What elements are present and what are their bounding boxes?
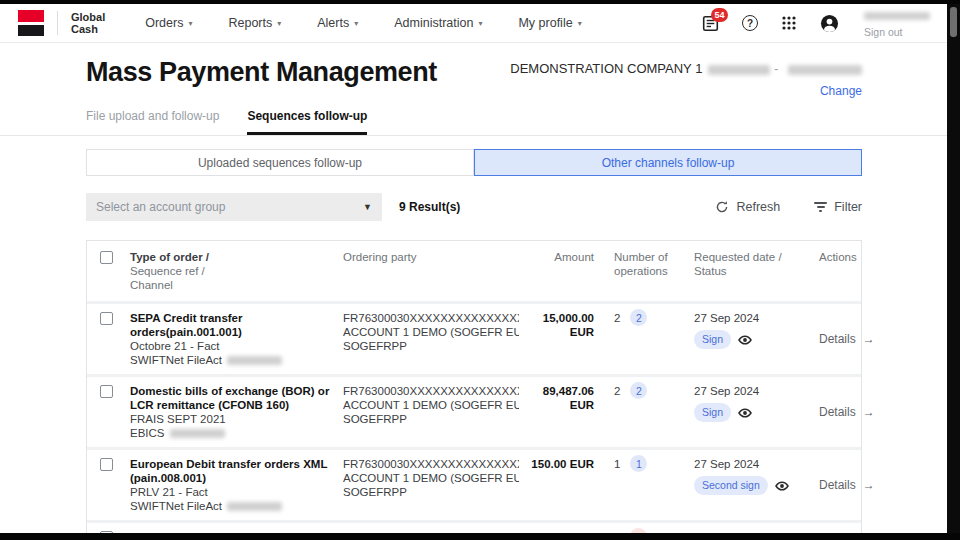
- eye-icon: [738, 334, 752, 346]
- user-menu[interactable]: Sign out: [864, 8, 930, 38]
- ordering-party-line: SOGEFRPP: [343, 485, 519, 499]
- refresh-label: Refresh: [736, 200, 780, 214]
- user-avatar-icon[interactable]: [820, 14, 839, 33]
- page-content: Mass Payment Management DEMONSTRATION CO…: [0, 57, 947, 540]
- ordering-party-line: FR76300030XXXXXXXXXXXXXXX11: [343, 457, 519, 471]
- segment-other-channels-follow-up[interactable]: Other channels follow-up: [474, 149, 862, 176]
- nav-item-reports[interactable]: Reports▾: [228, 16, 281, 30]
- details-link[interactable]: Details→: [819, 405, 875, 419]
- ordering-party-line: FR76300030XXXXXXXXXXXXXXX11: [343, 384, 519, 398]
- col-type-of-order: Type of order / Sequence ref / Channel: [130, 250, 343, 292]
- app-name: Global Cash: [57, 11, 105, 35]
- table-wrap: Type of order / Sequence ref / Channel O…: [0, 240, 947, 540]
- date-status-cell: 27 Sep 2024Sign: [694, 384, 819, 422]
- type-of-order-cell: European Debit transfer orders XML (pain…: [130, 457, 343, 513]
- refresh-button[interactable]: Refresh: [715, 200, 780, 214]
- details-link[interactable]: Details→: [819, 478, 875, 492]
- apps-grid-icon[interactable]: [781, 15, 797, 31]
- nav-item-my-profile[interactable]: My profile▾: [518, 16, 581, 30]
- chevron-down-icon: ▾: [354, 19, 358, 28]
- eye-icon: [775, 480, 789, 492]
- select-all-checkbox[interactable]: [100, 251, 113, 264]
- eye-icon: [738, 407, 752, 419]
- operations-total: 1: [614, 457, 620, 471]
- col-amount: Amount: [519, 250, 614, 264]
- nav-item-administration[interactable]: Administration▾: [394, 16, 482, 30]
- ordering-party-line: ACCOUNT 1 DEMO (SOGEFR EUR): [343, 471, 519, 485]
- ordering-party-cell: FR76300030XXXXXXXXXXXXXXX11ACCOUNT 1 DEM…: [343, 457, 519, 499]
- account-group-placeholder: Select an account group: [96, 200, 225, 214]
- status-badge: Second sign: [694, 476, 768, 495]
- details-link[interactable]: Details→: [819, 332, 875, 346]
- window-bottom-border: [0, 533, 960, 540]
- sequence-ref: Octobre 21 - Fact: [130, 339, 343, 353]
- sign-out-link[interactable]: Sign out: [864, 26, 930, 38]
- sequence-ref: FRAIS SEPT 2021: [130, 412, 343, 426]
- channel-id-redacted: [227, 356, 282, 365]
- channel-id-redacted: [170, 429, 225, 438]
- row-checkbox[interactable]: [100, 458, 113, 471]
- chevron-down-icon: ▾: [578, 19, 582, 28]
- account-group-select[interactable]: Select an account group ▼: [86, 193, 382, 221]
- chevron-down-icon: ▾: [277, 19, 281, 28]
- scrollbar-thumb[interactable]: [950, 7, 957, 37]
- refresh-icon: [715, 200, 729, 214]
- sequences-table: Type of order / Sequence ref / Channel O…: [86, 240, 862, 540]
- filter-button[interactable]: Filter: [814, 200, 862, 214]
- channel-id-redacted: [227, 502, 282, 511]
- eye-icon[interactable]: [738, 334, 752, 346]
- arrow-right-icon: →: [863, 478, 875, 492]
- sequence-ref: PRLV 21 - Fact: [130, 485, 343, 499]
- tab-sequences-follow-up[interactable]: Sequences follow-up: [247, 109, 367, 135]
- chevron-down-icon: ▾: [478, 19, 482, 28]
- page-title: Mass Payment Management: [86, 57, 437, 88]
- status-line: Sign: [694, 330, 819, 349]
- ordering-party-line: SOGEFRPP: [343, 412, 519, 426]
- eye-icon[interactable]: [738, 407, 752, 419]
- segment-uploaded-sequences-follow-up[interactable]: Uploaded sequences follow-up: [86, 149, 474, 176]
- requested-date: 27 Sep 2024: [694, 311, 819, 325]
- nav-item-orders[interactable]: Orders▾: [145, 16, 192, 30]
- table-row: Domestic bills of exchange (BOR) or LCR …: [87, 377, 861, 450]
- operations-cell: 22: [614, 311, 694, 326]
- row-checkbox[interactable]: [100, 312, 113, 325]
- scrollbar-track[interactable]: [947, 0, 960, 540]
- ordering-party-line: ACCOUNT 1 DEMO (SOGEFR EUR): [343, 325, 519, 339]
- nav-item-alerts[interactable]: Alerts▾: [317, 16, 358, 30]
- col-number-of-operations: Number of operations: [614, 250, 694, 278]
- col-ordering-party: Ordering party: [343, 250, 519, 264]
- row-checkbox-cell: [100, 384, 130, 401]
- date-status-cell: 27 Sep 2024Second sign: [694, 457, 819, 495]
- user-name-redacted: [864, 12, 930, 20]
- details-label: Details: [819, 405, 856, 419]
- table-row: European Debit transfer orders XML (pain…: [87, 450, 861, 523]
- operations-badge: 1: [630, 455, 647, 472]
- notifications-button[interactable]: 54: [702, 15, 719, 32]
- company-name: DEMONSTRATION COMPANY 1 -: [510, 61, 862, 76]
- eye-icon[interactable]: [775, 480, 789, 492]
- row-checkbox-cell: [100, 311, 130, 328]
- channel-line: SWIFTNet FileAct: [130, 353, 343, 367]
- table-row: SEPA Credit transfer orders(pain.001.001…: [87, 304, 861, 377]
- type-of-order-cell: SEPA Credit transfer orders(pain.001.001…: [130, 311, 343, 367]
- row-checkbox[interactable]: [100, 385, 113, 398]
- operations-badge: 2: [630, 382, 647, 399]
- status-badge: Sign: [694, 330, 731, 349]
- tabs: File upload and follow-upSequences follo…: [0, 109, 947, 135]
- order-type-title: European Debit transfer orders XML (pain…: [130, 457, 343, 485]
- notification-count-badge: 54: [711, 8, 728, 22]
- toolbar: Select an account group ▼ 9 Result(s) Re…: [0, 193, 947, 221]
- details-label: Details: [819, 478, 856, 492]
- filter-label: Filter: [834, 200, 862, 214]
- ordering-party-line: FR76300030XXXXXXXXXXXXXXX11: [343, 311, 519, 325]
- requested-date: 27 Sep 2024: [694, 384, 819, 398]
- change-company-link[interactable]: Change: [820, 84, 862, 98]
- channel-name: SWIFTNet FileAct: [130, 499, 222, 513]
- ordering-party-line: SOGEFRPP: [343, 339, 519, 353]
- details-label: Details: [819, 332, 856, 346]
- tab-file-upload-and-follow-up[interactable]: File upload and follow-up: [86, 109, 219, 135]
- help-icon[interactable]: ?: [742, 15, 758, 31]
- operations-cell: 11: [614, 457, 694, 472]
- col-requested-date-status: Requested date / Status: [694, 250, 819, 278]
- status-line: Sign: [694, 403, 819, 422]
